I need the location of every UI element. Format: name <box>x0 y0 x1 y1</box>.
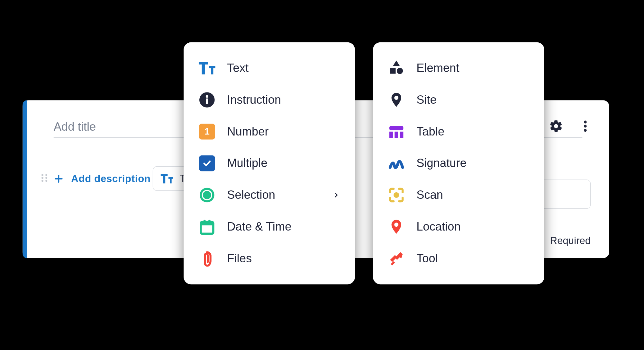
table-icon <box>388 123 404 140</box>
calendar-icon <box>198 218 215 235</box>
svg-point-0 <box>41 174 43 176</box>
menu-item-tool[interactable]: Tool <box>373 243 544 275</box>
required-label: Required <box>550 235 591 246</box>
menu-item-selection[interactable]: Selection <box>184 179 355 211</box>
svg-point-9 <box>584 125 586 127</box>
svg-rect-24 <box>389 132 393 138</box>
text-icon <box>198 60 215 76</box>
title-placeholder: Add title <box>53 120 96 133</box>
menu-item-label: Selection <box>227 188 321 202</box>
menu-item-label: Number <box>227 125 340 138</box>
svg-rect-18 <box>204 220 206 223</box>
menu-item-label: Element <box>416 61 529 75</box>
menu-item-label: Instruction <box>227 93 340 107</box>
svg-rect-21 <box>390 68 395 74</box>
chevron-right-icon <box>332 191 340 199</box>
menu-item-multiple[interactable]: Multiple <box>184 147 355 179</box>
menu-item-scan[interactable]: Scan <box>373 179 544 211</box>
more-button[interactable] <box>578 119 592 133</box>
pin-icon <box>388 92 404 108</box>
svg-rect-17 <box>201 222 213 225</box>
svg-rect-23 <box>389 126 403 130</box>
drag-handle-icon[interactable] <box>38 172 50 184</box>
signature-icon <box>388 155 404 172</box>
text-type-icon <box>160 173 173 183</box>
menu-item-table[interactable]: Table <box>373 116 544 147</box>
gear-icon <box>549 119 563 133</box>
menu-item-label: Signature <box>416 157 529 170</box>
menu-item-number[interactable]: 1 Number <box>184 116 355 147</box>
menu-item-label: Table <box>416 125 529 138</box>
menu-item-files[interactable]: Files <box>184 243 355 275</box>
svg-point-4 <box>41 180 43 182</box>
menu-item-instruction[interactable]: Instruction <box>184 84 355 116</box>
svg-rect-19 <box>208 220 211 223</box>
menu-item-element[interactable]: Element <box>373 52 544 84</box>
shapes-icon <box>388 60 404 76</box>
menu-item-site[interactable]: Site <box>373 84 544 116</box>
svg-rect-12 <box>206 99 208 104</box>
tool-icon <box>388 250 404 267</box>
info-icon <box>198 92 215 108</box>
editor-accent-bar <box>23 100 27 258</box>
menu-item-date-time[interactable]: Date & Time <box>184 211 355 243</box>
svg-rect-25 <box>395 132 398 138</box>
svg-point-5 <box>45 180 47 182</box>
field-type-menu-col1: Text Instruction 1 Number Multiple <box>184 42 355 284</box>
menu-item-label: Files <box>227 252 340 265</box>
menu-item-text[interactable]: Text <box>184 52 355 84</box>
menu-item-signature[interactable]: Signature <box>373 147 544 179</box>
svg-point-22 <box>396 68 403 74</box>
settings-button[interactable] <box>549 119 563 133</box>
svg-point-1 <box>45 174 47 176</box>
svg-point-10 <box>584 129 586 132</box>
menu-item-label: Multiple <box>227 157 340 170</box>
add-description-button[interactable]: Add description <box>53 173 150 184</box>
location-pin-icon <box>388 218 404 235</box>
menu-item-label: Scan <box>416 188 529 202</box>
radio-selected-icon <box>198 187 215 203</box>
scan-icon <box>388 187 404 203</box>
menu-item-label: Location <box>416 220 529 233</box>
number-icon: 1 <box>198 123 215 140</box>
field-type-menu-col2: Element Site Table Signature Scan <box>373 42 544 284</box>
svg-point-27 <box>395 193 398 197</box>
svg-point-3 <box>45 177 47 179</box>
menu-item-label: Date & Time <box>227 220 340 233</box>
svg-marker-20 <box>393 60 400 66</box>
plus-icon <box>53 173 63 183</box>
svg-point-8 <box>584 121 586 124</box>
checkbox-checked-icon <box>198 155 215 172</box>
menu-item-label: Tool <box>416 252 529 265</box>
more-vertical-icon <box>578 119 592 133</box>
svg-point-15 <box>204 192 210 198</box>
add-description-label: Add description <box>71 173 150 184</box>
svg-rect-26 <box>400 132 403 138</box>
paperclip-icon <box>198 250 215 267</box>
menu-item-label: Text <box>227 61 340 75</box>
menu-item-location[interactable]: Location <box>373 211 544 243</box>
menu-item-label: Site <box>416 93 529 107</box>
editor-actions <box>549 119 592 133</box>
svg-point-2 <box>41 177 43 179</box>
